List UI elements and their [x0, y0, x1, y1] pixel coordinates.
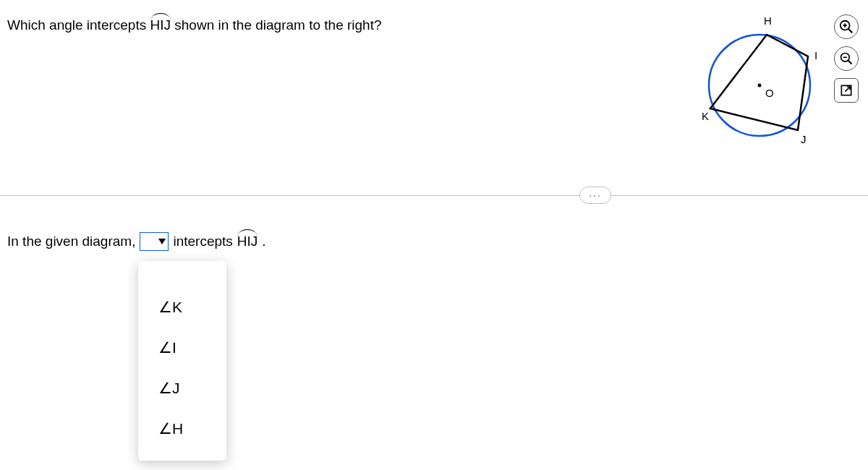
question-suffix: shown in the diagram to the right? — [171, 17, 382, 33]
option-h[interactable]: ∠H — [138, 417, 226, 440]
arc-hij-2: HIJ — [237, 234, 258, 249]
label-i: I — [814, 49, 817, 61]
option-k[interactable]: ∠K — [138, 296, 226, 319]
question-text: Which angle intercepts HIJ shown in the … — [7, 14, 702, 33]
dropdown-menu: ∠K ∠I ∠J ∠H — [138, 261, 226, 461]
more-button[interactable]: ··· — [579, 187, 611, 204]
arc-hij: HIJ — [150, 17, 171, 33]
question-prefix: Which angle intercepts — [7, 17, 150, 33]
toolbar — [825, 14, 861, 103]
more-icon: ··· — [589, 189, 602, 201]
diagram: O H I J K — [702, 14, 825, 152]
answer-select[interactable] — [140, 232, 169, 251]
answer-suffix: . — [262, 234, 265, 249]
answer-row: In the given diagram, intercepts HIJ. ∠K… — [0, 232, 868, 251]
option-i[interactable]: ∠I — [138, 336, 226, 359]
svg-line-5 — [848, 61, 852, 64]
chevron-down-icon — [158, 239, 166, 244]
answer-mid: intercepts — [173, 234, 232, 249]
divider-line — [0, 195, 868, 196]
center-point — [758, 84, 762, 87]
answer-prefix: In the given diagram, — [7, 234, 135, 249]
divider-row: ··· — [0, 195, 868, 196]
open-new-icon — [839, 83, 854, 98]
svg-line-1 — [848, 29, 853, 33]
label-k: K — [702, 110, 709, 122]
label-j: J — [801, 133, 807, 145]
zoom-out-button[interactable] — [834, 46, 859, 71]
zoom-out-icon — [839, 51, 854, 66]
zoom-in-button[interactable] — [834, 14, 859, 39]
label-h: H — [764, 14, 772, 27]
option-j[interactable]: ∠J — [138, 377, 226, 400]
zoom-in-icon — [838, 19, 854, 35]
open-new-button[interactable] — [834, 78, 859, 103]
svg-line-8 — [845, 87, 850, 92]
label-o: O — [765, 87, 774, 99]
